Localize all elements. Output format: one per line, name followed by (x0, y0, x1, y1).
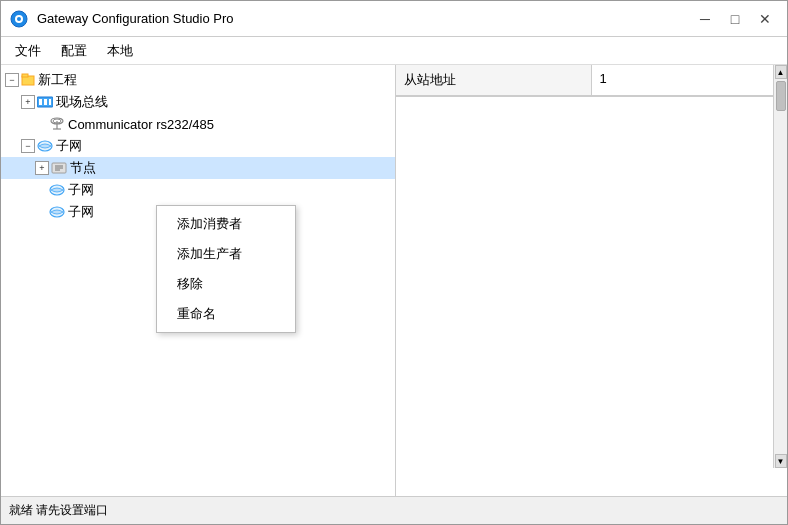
menu-file[interactable]: 文件 (5, 39, 51, 63)
svg-rect-7 (44, 99, 47, 105)
scrollbar-track (775, 79, 787, 454)
tree-node-subnet-parent[interactable]: − 子网 (1, 135, 395, 157)
context-menu-remove[interactable]: 移除 (157, 269, 295, 299)
menu-bar: 文件 配置 本地 (1, 37, 787, 65)
scroll-down-btn[interactable]: ▼ (775, 454, 787, 468)
main-content: − 新工程 + (1, 65, 787, 496)
prop-label-address: 从站地址 (396, 65, 592, 96)
context-menu-add-consumer[interactable]: 添加消费者 (157, 209, 295, 239)
expander-root[interactable]: − (5, 73, 19, 87)
prop-value-address[interactable]: 1 (592, 65, 788, 96)
tree-label-bus: 现场总线 (56, 93, 108, 111)
tree-label-subnet-parent: 子网 (56, 137, 82, 155)
menu-local[interactable]: 本地 (97, 39, 143, 63)
expander-node[interactable]: + (35, 161, 49, 175)
window-controls: ─ □ ✕ (691, 7, 779, 31)
subnet-icon-1 (37, 139, 53, 153)
context-menu-add-producer[interactable]: 添加生产者 (157, 239, 295, 269)
main-window: Gateway Configuration Studio Pro ─ □ ✕ 文… (0, 0, 788, 525)
tree-node-subnet-child1[interactable]: 子网 (1, 179, 395, 201)
scrollbar-thumb[interactable] (776, 81, 786, 111)
tree-node-node[interactable]: + 节点 (1, 157, 395, 179)
tree-label-node: 节点 (70, 159, 96, 177)
tree-label-root: 新工程 (38, 71, 77, 89)
svg-point-2 (17, 17, 21, 21)
app-icon (9, 9, 29, 29)
close-button[interactable]: ✕ (751, 7, 779, 31)
svg-rect-8 (49, 99, 51, 105)
minimize-button[interactable]: ─ (691, 7, 719, 31)
properties-grid: 从站地址 1 (396, 65, 787, 97)
expander-bus[interactable]: + (21, 95, 35, 109)
menu-config[interactable]: 配置 (51, 39, 97, 63)
svg-rect-4 (22, 74, 28, 77)
node-icon (51, 161, 67, 175)
maximize-button[interactable]: □ (721, 7, 749, 31)
context-menu: 添加消费者 添加生产者 移除 重命名 (156, 205, 296, 333)
svg-rect-6 (39, 99, 42, 105)
subnet-icon-2 (49, 183, 65, 197)
window-title: Gateway Configuration Studio Pro (37, 11, 691, 26)
tree-node-bus[interactable]: + 现场总线 (1, 91, 395, 113)
status-text: 就绪 请先设置端口 (9, 502, 108, 519)
right-panel: 从站地址 1 (396, 65, 787, 496)
title-bar: Gateway Configuration Studio Pro ─ □ ✕ (1, 1, 787, 37)
tree-panel: − 新工程 + (1, 65, 396, 496)
tree-label-subnet-child1: 子网 (68, 181, 94, 199)
tree-label-communicator: Communicator rs232/485 (68, 117, 214, 132)
context-menu-rename[interactable]: 重命名 (157, 299, 295, 329)
right-scrollbar-strip: ▲ ▼ (773, 65, 787, 468)
status-bar: 就绪 请先设置端口 (1, 496, 787, 524)
tree-label-subnet-child2: 子网 (68, 203, 94, 221)
tree-node-root[interactable]: − 新工程 (1, 69, 395, 91)
communicator-icon (49, 117, 65, 131)
tree-node-communicator[interactable]: Communicator rs232/485 (1, 113, 395, 135)
subnet-icon-3 (49, 205, 65, 219)
bus-icon (37, 95, 53, 109)
expander-subnet[interactable]: − (21, 139, 35, 153)
project-icon (21, 73, 35, 87)
scroll-up-btn[interactable]: ▲ (775, 65, 787, 79)
